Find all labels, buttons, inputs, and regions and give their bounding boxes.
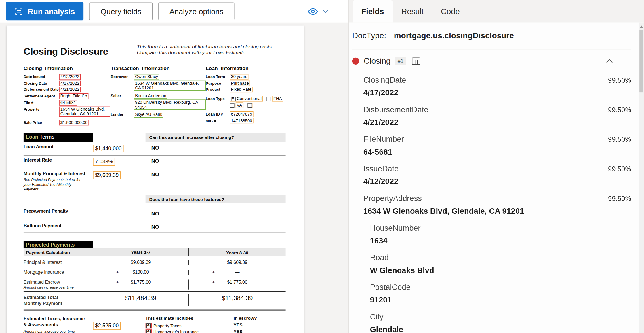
field-annotation[interactable]: Skye AU Bank <box>134 112 163 118</box>
plus-sign: + <box>212 270 215 275</box>
field-row-filenumber[interactable]: FileNumber 99.50% 64-5681 <box>352 131 631 160</box>
info-label: Purpose <box>206 80 230 86</box>
row-answer: NO <box>146 144 286 152</box>
field-annotation[interactable] <box>247 103 253 108</box>
row-answer: NO <box>146 209 286 217</box>
field-annotation[interactable]: 672047875 <box>230 111 254 117</box>
field-value: W Glenoaks Blvd <box>370 266 631 275</box>
field-annotation[interactable]: 147188500 <box>230 118 254 124</box>
group-color-dot-icon <box>352 58 359 65</box>
doc-intro: This form is a statement of final loan t… <box>137 44 285 56</box>
field-annotation[interactable]: $2,525.00 <box>93 322 121 330</box>
run-analysis-button[interactable]: Run analysis <box>6 2 83 20</box>
field-annotation[interactable]: 1634 W Glenoaks Blvd, Glendale, CA 91201 <box>134 80 206 91</box>
field-annotation[interactable]: FHA <box>272 96 283 102</box>
projected-payments-table: Projected Payments Payment Calculation Y… <box>24 241 286 311</box>
field-annotation[interactable]: Gwen Stacy <box>134 74 159 80</box>
field-value: 91201 <box>370 296 631 304</box>
panel-tabbar: Fields Result Code <box>349 0 644 22</box>
field-annotation[interactable]: 1634 W Glenoaks Blvd, Glendale, CA 91201 <box>59 106 110 117</box>
total-value: $11,484.39 <box>125 294 156 301</box>
field-annotation[interactable]: Purchase <box>230 80 250 86</box>
field-annotation[interactable]: 4/21/2022 <box>59 87 80 93</box>
info-label: File # <box>24 100 59 106</box>
table-row: Estimated Escrow Amount can increase ove… <box>24 276 286 291</box>
field-row-city[interactable]: City Glendale <box>352 308 631 333</box>
field-row-postalcode[interactable]: PostalCode 91201 <box>352 279 631 309</box>
chevron-down-icon[interactable] <box>322 9 329 13</box>
field-annotation[interactable]: 4/12/2022 <box>59 74 80 80</box>
scroll-up-icon[interactable] <box>640 25 643 28</box>
loan-terms-table: Loan Terms Can this amount increase afte… <box>24 133 286 233</box>
scrollbar[interactable] <box>639 22 644 333</box>
group-name: Closing <box>364 56 390 66</box>
info-label: Sale Price <box>24 120 59 126</box>
field-annotation[interactable]: VA <box>235 102 243 108</box>
preview-controls <box>308 0 329 22</box>
field-annotation[interactable]: $1,440,000 <box>93 145 123 152</box>
field-annotation[interactable]: $1,800,000.00 <box>59 120 89 126</box>
field-annotation[interactable]: Conventional <box>230 96 263 102</box>
field-value: 4/17/2022 <box>363 88 631 97</box>
section-heading: Closing Information <box>24 65 111 71</box>
field-row-propertyaddress[interactable]: PropertyAddress 99.50% 1634 W Glenoaks B… <box>352 190 631 220</box>
plus-sign: + <box>116 270 119 275</box>
closing-group-header[interactable]: Closing #1 <box>352 56 631 66</box>
field-annotation[interactable]: 920 University Blvd, Rexburg, CA 94954 <box>134 99 206 110</box>
checkbox-checked-icon <box>146 330 151 333</box>
info-row: Sale Price $1,800,000.00 <box>24 120 111 126</box>
field-annotation[interactable]: $9,609.39 <box>93 171 121 179</box>
tab-result[interactable]: Result <box>393 0 432 22</box>
doctype-row: DocType: mortgage.us.closingDisclosure <box>352 31 631 40</box>
field-row-disbursementdate[interactable]: DisbursementDate 99.50% 4/21/2022 <box>352 101 631 131</box>
row-answer: NO <box>146 158 286 166</box>
occurrence-badge: #1 <box>395 57 406 65</box>
field-row-closingdate[interactable]: ClosingDate 99.50% 4/17/2022 <box>352 71 631 101</box>
section-heading: Loan Information <box>206 65 286 71</box>
query-fields-button[interactable]: Query fields <box>89 3 152 20</box>
projected-payments-header: Projected Payments <box>24 241 93 248</box>
loan-terms-header: Loan Terms <box>24 133 93 142</box>
tab-code[interactable]: Code <box>432 0 468 22</box>
field-row-housenumber[interactable]: HouseNumber 1634 <box>352 220 631 249</box>
table-view-icon[interactable] <box>412 57 420 65</box>
total-row: Estimated Total Monthly Payment $11,484.… <box>24 291 286 311</box>
field-annotation[interactable]: Bonita Anderson <box>134 93 167 99</box>
info-label: Product <box>206 87 230 93</box>
info-row: Purpose Purchase <box>206 80 286 86</box>
run-analysis-label: Run analysis <box>28 7 75 16</box>
field-annotation[interactable] <box>146 323 152 328</box>
field-annotation[interactable]: 30 years <box>230 74 248 80</box>
field-annotation[interactable]: 7.033% <box>93 158 115 166</box>
cell-value: $9,609.39 <box>227 260 247 265</box>
transaction-information-column: Transaction Information Borrower Gwen St… <box>110 65 205 126</box>
row-label: Loan Amount <box>24 144 93 152</box>
tab-fields[interactable]: Fields <box>353 0 393 22</box>
analyze-options-button[interactable]: Analyze options <box>158 3 235 20</box>
info-label: Loan Term <box>206 74 230 80</box>
scrollbar-thumb[interactable] <box>639 30 643 92</box>
field-value: 4/12/2022 <box>363 177 631 186</box>
info-row: Date Issued 4/12/2022 <box>24 74 111 80</box>
field-row-issuedate[interactable]: IssueDate 99.50% 4/12/2022 <box>352 160 631 190</box>
eye-icon[interactable] <box>308 7 318 15</box>
fields-panel: Fields Result Code DocType: mortgage.us.… <box>348 0 644 333</box>
field-row-road[interactable]: Road W Glenoaks Blvd <box>352 249 631 279</box>
info-label: Loan Type <box>206 96 230 109</box>
info-label: Lender <box>110 112 134 118</box>
field-name: ClosingDate <box>363 76 406 85</box>
field-annotation[interactable]: Fixed Rate <box>230 87 253 93</box>
cell-value: — <box>235 270 240 275</box>
field-name: PostalCode <box>370 283 411 292</box>
info-label: Seller <box>110 93 134 110</box>
field-annotation[interactable]: 64-5681 <box>59 100 77 106</box>
info-label: Borrower <box>110 74 134 91</box>
field-annotation[interactable]: 4/17/2022 <box>59 80 80 86</box>
field-annotation[interactable] <box>146 329 152 333</box>
field-annotation[interactable]: Bright Title Co <box>59 93 88 99</box>
chevron-up-icon[interactable] <box>606 59 613 63</box>
field-name: HouseNumber <box>370 224 421 232</box>
checkbox-checked-icon <box>146 323 151 328</box>
estimated-taxes-section: Estimated Taxes, Insurance & Assessments… <box>24 316 286 333</box>
row-note: Amount can increase over time <box>24 329 93 333</box>
